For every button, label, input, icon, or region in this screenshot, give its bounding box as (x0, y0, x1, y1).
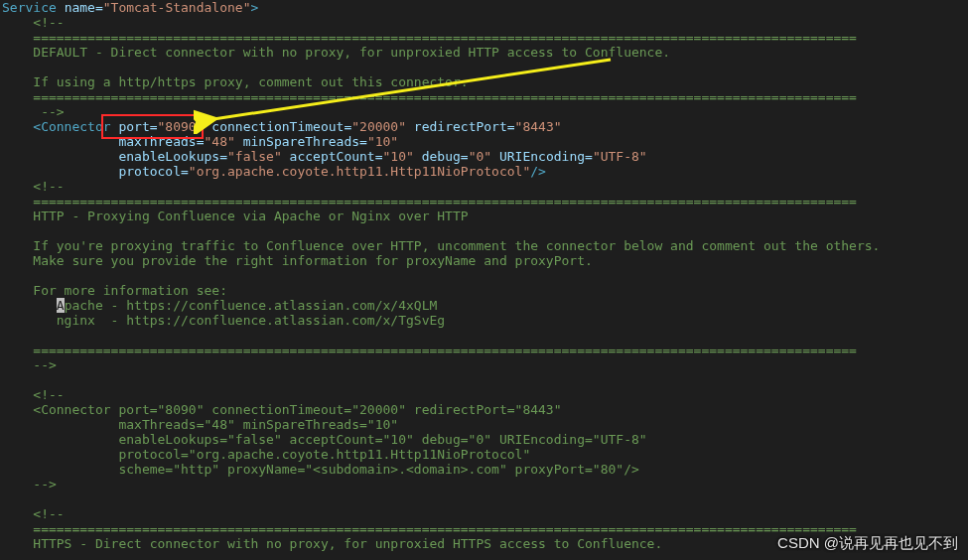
comment-connector2-close: --> (2, 477, 57, 491)
comment-http-open: <!-- (2, 179, 65, 194)
comment-default-open: <!-- (2, 15, 65, 30)
comment-connector2-open: <!-- (2, 387, 65, 402)
comment-default-close: --> (2, 104, 65, 119)
port-value: "8090" (158, 119, 205, 134)
comment-http-close: --> (2, 357, 57, 372)
port-attr: port (111, 119, 150, 134)
connector-open-tag: <Connector (2, 119, 111, 134)
text-cursor: A (57, 298, 65, 313)
comment-https-open: <!-- (2, 506, 65, 521)
code-block: Service name="Tomcat-Standalone"> <!-- =… (0, 0, 968, 551)
